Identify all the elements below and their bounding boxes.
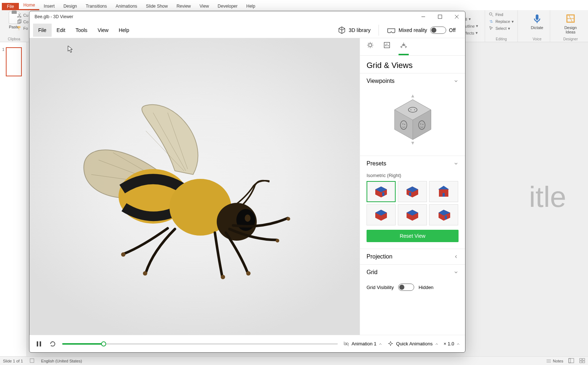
svg-point-23 xyxy=(143,271,147,276)
pause-icon xyxy=(36,341,41,347)
maximize-icon xyxy=(438,15,442,19)
cube-icon xyxy=(338,26,346,34)
menu-file[interactable]: File xyxy=(33,24,52,37)
svg-rect-11 xyxy=(569,358,571,363)
slide-sorter-view-icon[interactable] xyxy=(579,358,585,364)
pause-button[interactable] xyxy=(35,340,43,348)
preset-side[interactable] xyxy=(429,204,458,225)
design-ideas-button[interactable]: Design Ideas xyxy=(560,12,581,36)
animation-selector[interactable]: Animation 1 xyxy=(343,341,383,347)
copy-button[interactable]: Co xyxy=(17,19,28,25)
menu-view[interactable]: View xyxy=(92,24,113,37)
mr-state-label: Off xyxy=(449,27,456,33)
select-icon xyxy=(489,26,494,31)
side-tab-environment[interactable] xyxy=(367,41,374,52)
svg-point-36 xyxy=(402,124,403,124)
normal-view-icon[interactable] xyxy=(568,358,574,364)
chevron-down-icon: ▾ xyxy=(508,26,510,31)
tab-file[interactable]: File xyxy=(2,3,19,10)
preset-iso-left[interactable] xyxy=(398,181,427,202)
menu-tools[interactable]: Tools xyxy=(71,24,93,37)
grid-section-header[interactable]: Grid xyxy=(360,265,465,280)
mr-toggle-switch[interactable] xyxy=(430,27,446,34)
timeline-progress xyxy=(62,343,104,345)
dictate-button[interactable]: Dictate xyxy=(528,12,546,31)
menu-edit[interactable]: Edit xyxy=(52,24,71,37)
window-titlebar[interactable]: Bee.glb - 3D Viewer xyxy=(29,11,465,22)
mouse-cursor-icon xyxy=(68,45,73,53)
tab-home[interactable]: Home xyxy=(19,1,39,10)
chevron-down-icon xyxy=(453,270,459,275)
slide-thumbnail-pane[interactable]: 1 xyxy=(0,42,26,356)
preset-front[interactable] xyxy=(429,181,458,202)
menu-help[interactable]: Help xyxy=(113,24,134,37)
tab-insert[interactable]: Insert xyxy=(39,2,59,10)
tab-transitions[interactable]: Transitions xyxy=(81,2,111,10)
svg-rect-14 xyxy=(580,361,582,363)
cut-button[interactable]: Cu xyxy=(17,12,28,18)
bee-model[interactable] xyxy=(59,98,306,294)
3d-library-button[interactable]: 3D library xyxy=(332,26,376,34)
close-button[interactable] xyxy=(448,11,465,22)
viewpoints-section-header[interactable]: Viewpoints xyxy=(360,73,465,89)
grid-visibility-toggle[interactable] xyxy=(398,284,414,291)
language-indicator[interactable]: English (United States) xyxy=(41,359,82,363)
3d-viewport[interactable] xyxy=(29,38,360,335)
viewcube-widget[interactable] xyxy=(360,89,465,156)
grid-state-label: Hidden xyxy=(419,285,433,290)
side-tab-grid-views[interactable] xyxy=(400,41,407,52)
format-painter-button[interactable]: Fo xyxy=(17,25,28,31)
quick-animations-selector[interactable]: Quick Animations xyxy=(387,341,438,347)
slide-thumbnail-1[interactable] xyxy=(6,47,22,76)
svg-rect-12 xyxy=(580,358,582,360)
tab-view[interactable]: View xyxy=(195,2,213,10)
panel-heading: Grid & Views xyxy=(360,56,465,73)
slide-indicator: Slide 1 of 1 xyxy=(3,359,23,363)
sun-icon xyxy=(367,41,374,49)
svg-rect-46 xyxy=(40,341,41,346)
tab-animations[interactable]: Animations xyxy=(111,2,141,10)
tab-review[interactable]: Review xyxy=(172,2,195,10)
mixed-reality-toggle[interactable]: Mixed reality Off xyxy=(381,27,461,34)
svg-point-39 xyxy=(422,124,423,125)
spellcheck-icon[interactable] xyxy=(29,358,35,364)
preset-grid xyxy=(360,181,465,225)
preset-back-right[interactable] xyxy=(367,204,396,225)
minimize-button[interactable] xyxy=(415,11,432,22)
loop-button[interactable] xyxy=(48,340,57,348)
svg-point-24 xyxy=(121,252,125,257)
projection-section-header[interactable]: Projection xyxy=(360,249,465,264)
notes-button[interactable]: Notes xyxy=(546,359,563,363)
preset-iso-right[interactable] xyxy=(367,181,396,202)
voice-group-label: Voice xyxy=(524,37,550,41)
replace-button[interactable]: Replace▾ xyxy=(489,19,513,24)
svg-rect-40 xyxy=(382,192,384,196)
notes-icon xyxy=(546,359,551,363)
select-button[interactable]: Select▾ xyxy=(489,25,513,31)
editing-group-label: Editing xyxy=(485,37,517,41)
window-title: Bee.glb - 3D Viewer xyxy=(35,14,73,19)
tab-help[interactable]: Help xyxy=(242,2,260,10)
svg-rect-43 xyxy=(443,193,445,197)
title-placeholder-text: itle xyxy=(529,180,566,214)
divider xyxy=(379,25,379,36)
tab-slideshow[interactable]: Slide Show xyxy=(141,2,172,10)
tab-developer[interactable]: Developer xyxy=(213,2,242,10)
grid-visibility-label: Grid Visibility xyxy=(367,285,394,290)
svg-rect-7 xyxy=(536,15,539,20)
tab-design[interactable]: Design xyxy=(59,2,81,10)
maximize-button[interactable] xyxy=(432,11,448,22)
preset-label: Isometric (Right) xyxy=(360,171,465,181)
presets-section-header[interactable]: Presets xyxy=(360,156,465,171)
minimize-icon xyxy=(421,15,425,19)
timeline-thumb[interactable] xyxy=(101,341,106,346)
reset-view-button[interactable]: Reset View xyxy=(367,230,459,242)
viewer-side-panel: Grid & Views Viewpoints xyxy=(360,38,465,335)
svg-point-1 xyxy=(20,16,21,18)
loop-icon xyxy=(49,341,56,347)
speed-selector[interactable]: × 1.0 xyxy=(444,341,460,346)
animation-timeline[interactable] xyxy=(62,343,338,345)
find-button[interactable]: Find xyxy=(489,12,513,17)
preset-back-left[interactable] xyxy=(398,204,427,225)
side-tab-stats[interactable] xyxy=(383,41,391,52)
